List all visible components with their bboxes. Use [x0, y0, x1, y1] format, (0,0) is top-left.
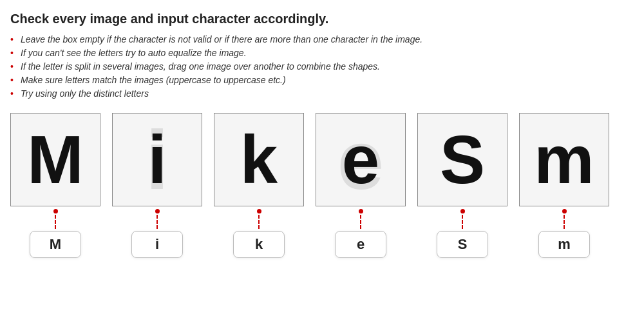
- dashed-line-card-M: [55, 215, 56, 229]
- letter-image-card-m[interactable]: m: [519, 113, 609, 206]
- dashed-line-card-S: [462, 215, 463, 229]
- input-box-card-m[interactable]: m: [538, 231, 590, 258]
- card-group-card-m: mm: [519, 113, 609, 258]
- dashed-line-card-i: [156, 215, 158, 229]
- instructions-list: Leave the box empty if the character is …: [10, 34, 634, 99]
- dashed-line-card-k: [258, 215, 260, 229]
- card-group-card-M: MM: [10, 113, 100, 258]
- card-group-card-k: kk: [214, 113, 304, 258]
- connector-card-S: [460, 206, 465, 231]
- card-group-card-i: iii: [112, 113, 202, 258]
- letter-image-card-e[interactable]: ee: [316, 113, 406, 206]
- dot-card-m: [562, 209, 567, 213]
- card-group-card-S: SS: [417, 113, 507, 258]
- dot-card-S: [460, 209, 465, 213]
- connector-card-k: [257, 206, 261, 231]
- connector-card-m: [562, 206, 567, 231]
- letter-image-card-S[interactable]: S: [417, 113, 507, 206]
- input-box-card-e[interactable]: e: [335, 231, 386, 258]
- fg-letter-card-i: i: [147, 126, 166, 193]
- cards-row: MMiiikkeeeSSmm: [10, 113, 634, 258]
- instruction-item-2: If the letter is split in several images…: [10, 61, 634, 72]
- dot-card-k: [257, 209, 261, 213]
- fg-letter-card-M: M: [27, 126, 83, 193]
- input-box-card-S[interactable]: S: [437, 231, 488, 258]
- card-group-card-e: eee: [316, 113, 406, 258]
- page-title: Check every image and input character ac…: [10, 12, 634, 26]
- dot-card-M: [53, 209, 58, 213]
- letter-image-card-M[interactable]: M: [10, 113, 100, 206]
- connector-card-e: [359, 206, 363, 231]
- dashed-line-card-m: [564, 215, 565, 229]
- dot-card-e: [359, 209, 363, 213]
- instruction-item-3: Make sure letters match the images (uppe…: [10, 75, 634, 85]
- fg-letter-card-S: S: [440, 126, 485, 193]
- input-box-card-M[interactable]: M: [30, 231, 81, 258]
- instruction-item-1: If you can't see the letters try to auto…: [10, 48, 634, 58]
- dashed-line-card-e: [360, 215, 361, 229]
- instruction-item-0: Leave the box empty if the character is …: [10, 34, 634, 45]
- instruction-item-4: Try using only the distinct letters: [10, 88, 634, 99]
- input-box-card-k[interactable]: k: [233, 231, 285, 258]
- fg-letter-card-k: k: [240, 126, 278, 193]
- connector-card-i: [155, 206, 160, 231]
- letter-image-card-i[interactable]: ii: [112, 113, 202, 206]
- fg-letter-card-m: m: [534, 126, 594, 193]
- connector-card-M: [53, 206, 58, 231]
- letter-image-card-k[interactable]: k: [214, 113, 304, 206]
- fg-letter-card-e: e: [342, 126, 379, 193]
- dot-card-i: [155, 209, 160, 213]
- input-box-card-i[interactable]: i: [131, 231, 183, 258]
